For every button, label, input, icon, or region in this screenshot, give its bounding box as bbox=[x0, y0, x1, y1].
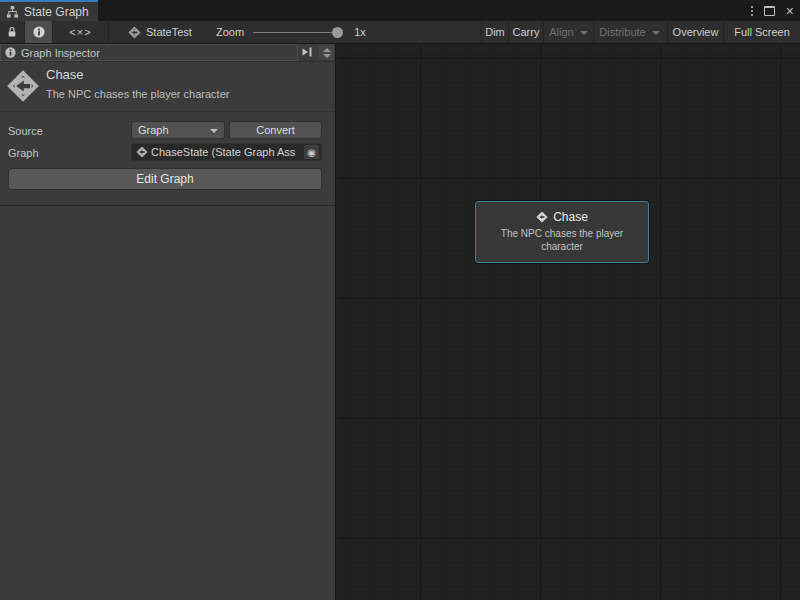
distribute-dropdown-button[interactable]: Distribute bbox=[593, 21, 665, 43]
state-machine-icon bbox=[128, 26, 141, 39]
chevron-down-icon bbox=[580, 31, 588, 35]
panel-scroll-spinner[interactable] bbox=[319, 45, 334, 60]
graph-field-label: Graph bbox=[8, 147, 39, 159]
source-dropdown[interactable]: Graph bbox=[131, 121, 225, 139]
inspected-node-header: Chase The NPC chases the player characte… bbox=[0, 61, 335, 112]
tab-state-graph[interactable]: State Graph bbox=[0, 0, 98, 21]
state-breadcrumb-label: StateTest bbox=[146, 26, 192, 38]
graph-inspector-panel: Graph Inspector Chase bbox=[0, 44, 336, 600]
inspector-title: Graph Inspector bbox=[21, 47, 100, 59]
node-description: The NPC chases the player character bbox=[476, 227, 648, 253]
state-machine-icon bbox=[536, 211, 548, 223]
inspected-node-description: The NPC chases the player character bbox=[46, 88, 229, 100]
lock-icon bbox=[7, 26, 17, 38]
zoom-value: 1x bbox=[350, 21, 370, 43]
info-icon bbox=[33, 26, 45, 38]
state-breadcrumb[interactable]: StateTest bbox=[128, 21, 218, 43]
maximize-icon[interactable] bbox=[764, 6, 775, 16]
chevron-down-icon bbox=[652, 31, 660, 35]
zoom-slider-handle[interactable] bbox=[332, 27, 343, 38]
code-view-button[interactable]: <×> bbox=[53, 21, 109, 43]
tab-label: State Graph bbox=[24, 5, 89, 19]
chevron-down-icon bbox=[210, 129, 218, 133]
arrow-down-icon bbox=[323, 54, 331, 58]
state-graph-asset-icon bbox=[136, 146, 148, 158]
graph-canvas[interactable]: Chase The NPC chases the player characte… bbox=[337, 44, 800, 600]
source-dropdown-value: Graph bbox=[138, 124, 169, 136]
window-menu-icon[interactable] bbox=[751, 6, 753, 16]
edit-graph-button[interactable]: Edit Graph bbox=[8, 168, 322, 190]
inspector-section-divider bbox=[0, 205, 335, 206]
graph-object-value: ChaseState (State Graph Ass bbox=[151, 146, 301, 158]
dim-button[interactable]: Dim bbox=[481, 21, 508, 43]
align-dropdown-button[interactable]: Align bbox=[543, 21, 593, 43]
inspected-node-title: Chase bbox=[46, 67, 84, 82]
inspector-title-box: Graph Inspector bbox=[0, 44, 298, 61]
state-machine-icon bbox=[6, 69, 40, 103]
graph-hierarchy-icon bbox=[6, 6, 19, 18]
close-icon[interactable]: × bbox=[786, 4, 794, 18]
chase-state-node[interactable]: Chase The NPC chases the player characte… bbox=[475, 201, 649, 263]
zoom-slider-track[interactable] bbox=[253, 32, 343, 33]
graph-toolbar: <×> StateTest Zoom 1x Dim Carry bbox=[0, 21, 800, 44]
state-graph-window: State Graph × bbox=[0, 0, 800, 600]
carry-button[interactable]: Carry bbox=[508, 21, 543, 43]
graph-object-field[interactable]: ChaseState (State Graph Ass ◉ bbox=[131, 143, 322, 161]
code-icon: <×> bbox=[69, 26, 91, 38]
inspector-header: Graph Inspector bbox=[0, 44, 335, 62]
convert-button[interactable]: Convert bbox=[229, 121, 322, 139]
arrow-up-icon bbox=[323, 48, 331, 52]
zoom-label: Zoom bbox=[213, 21, 247, 43]
source-field-label: Source bbox=[8, 125, 43, 137]
full-screen-button[interactable]: Full Screen bbox=[723, 21, 800, 43]
title-bar: State Graph × bbox=[0, 0, 800, 21]
overview-button[interactable]: Overview bbox=[667, 21, 723, 43]
inspector-toggle-button[interactable] bbox=[25, 21, 53, 43]
node-title: Chase bbox=[553, 210, 588, 224]
info-icon bbox=[5, 47, 16, 58]
lock-button[interactable] bbox=[0, 21, 25, 43]
dock-panel-icon[interactable] bbox=[301, 46, 314, 59]
object-picker-icon[interactable]: ◉ bbox=[304, 145, 319, 159]
